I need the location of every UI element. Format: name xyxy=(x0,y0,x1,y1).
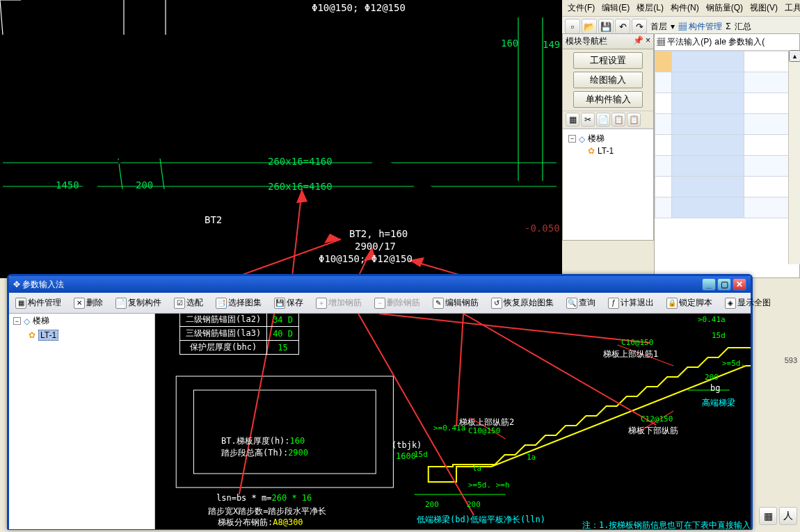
menu-edit[interactable]: 编辑(E) xyxy=(599,1,632,15)
cad-label-bt2: BT2 xyxy=(205,214,222,225)
cad-dim-160: 160 xyxy=(501,38,518,49)
module-nav-title-text: 模块导航栏 xyxy=(566,35,607,47)
dlg-gt041a2: >0.41a xyxy=(698,315,726,324)
dlg-lsn: lsn=bs * m=260 * 16 xyxy=(216,493,312,503)
tb-show-all[interactable]: ◈显示全图 xyxy=(721,296,774,310)
mini-cut-icon[interactable]: ✂ xyxy=(581,113,595,127)
menu-rebar[interactable]: 钢筋量(Q) xyxy=(703,1,746,15)
mini-paste-icon[interactable]: 📋 xyxy=(611,113,625,127)
tab-param[interactable]: aIe 参数输入( xyxy=(714,36,765,48)
window-maximize-icon[interactable]: ▢ xyxy=(717,278,731,291)
menu-tool[interactable]: 工具 xyxy=(782,1,800,15)
prop-la3-val[interactable]: 40 D xyxy=(267,327,299,341)
save-icon[interactable]: 💾 xyxy=(598,19,614,34)
tb-edit-rebar[interactable]: ✎编辑钢筋 xyxy=(429,296,482,310)
dialog-titlebar[interactable]: ✥ 参数输入法 _ ▢ ✕ xyxy=(9,276,751,293)
svg-line-28 xyxy=(379,314,650,343)
menu-bar: 文件(F) 编辑(E) 楼层(L) 构件(N) 钢筋量(Q) 视图(V) 工具 xyxy=(562,0,800,17)
dlg-top-rebar1: 梯板上部纵筋1 xyxy=(603,348,658,360)
dlg-bg: bg xyxy=(710,383,720,393)
dlg-ge5d: >=5d. xyxy=(722,359,745,368)
component-tree: − ◇ 楼梯 ✿ LT-1 xyxy=(563,129,653,240)
dlg-c10: C10@150 xyxy=(621,338,653,347)
tb-calc-exit[interactable]: ƒ计算退出 xyxy=(605,296,657,310)
tree-child[interactable]: LT-1 xyxy=(598,146,614,156)
dialog-cad-canvas[interactable]: 一级钢筋锚固(la1)27 D 二级钢筋锚固(la2)34 D 三级钢筋锚固(l… xyxy=(155,314,751,529)
tb-pick[interactable]: ☑选配 xyxy=(170,296,207,310)
tree-expander[interactable]: − xyxy=(568,135,576,143)
svg-rect-18 xyxy=(176,376,393,487)
svg-line-3 xyxy=(160,159,164,189)
new-icon[interactable]: ▫ xyxy=(565,19,580,34)
dlg-15d-right: 15d xyxy=(712,331,726,340)
window-minimize-icon[interactable]: _ xyxy=(702,278,716,291)
mini-paste2-icon[interactable]: 📋 xyxy=(627,113,641,127)
nav-drawing-input[interactable]: 绘图输入 xyxy=(573,72,643,88)
tb-query[interactable]: 🔍查询 xyxy=(563,296,599,310)
dlg-ge5d2: >=5d. >=h xyxy=(468,481,510,490)
toolbar-sigma[interactable]: Σ xyxy=(726,22,730,31)
dialog-toolbar: ▦构件管理 ✕删除 📄复制构件 ☑选配 📑选择图集 💾保存 ＋增加钢筋 －删除钢… xyxy=(9,293,751,314)
stair-icon: ◇ xyxy=(579,134,585,144)
dlg-dist-rebar: 梯板分布钢筋:A8@300 xyxy=(218,517,303,529)
tb-atlas[interactable]: 📑选择图集 xyxy=(212,296,265,310)
dlg-low-beam: 低端梯梁(bd)低端平板净长(lln) xyxy=(417,514,545,526)
undo-icon[interactable]: ↶ xyxy=(615,19,630,34)
floor-dropdown-icon[interactable]: ▾ xyxy=(671,22,675,31)
tb-delete[interactable]: ✕删除 xyxy=(70,296,106,310)
tb-comp-mgr[interactable]: ▦构件管理 xyxy=(12,296,65,310)
nav-project-settings[interactable]: 工程设置 xyxy=(573,52,643,69)
scroll-up-icon[interactable]: ▲ xyxy=(789,50,800,62)
dlg-tbjk-v: 1600 xyxy=(396,451,416,461)
open-icon[interactable]: 📂 xyxy=(582,19,597,34)
prop-la2-val[interactable]: 34 D xyxy=(267,314,299,327)
mini-copy-icon[interactable]: 📄 xyxy=(596,113,610,127)
menu-view[interactable]: 视图(V) xyxy=(747,1,781,15)
redo-icon[interactable]: ↷ xyxy=(632,19,647,34)
menu-file[interactable]: 文件(F) xyxy=(565,1,598,15)
dlg-bot-rebar: 梯板下部纵筋 xyxy=(628,425,678,437)
floor-select[interactable]: 首层 xyxy=(648,21,669,33)
tb-lock[interactable]: 🔒锁定脚本 xyxy=(663,296,716,310)
cad-drawing-canvas[interactable]: Φ10@150; Φ12@150 160 149 260x16=4160 260… xyxy=(0,0,562,278)
menu-comp[interactable]: 构件(N) xyxy=(668,1,702,15)
tb-save[interactable]: 💾保存 xyxy=(271,296,307,310)
window-close-icon[interactable]: ✕ xyxy=(733,278,746,291)
tb-add-rebar: ＋增加钢筋 xyxy=(312,296,365,310)
dlg-tree-expander[interactable]: − xyxy=(13,317,21,325)
status-value: 593 xyxy=(785,356,797,364)
toolbar-sum[interactable]: 汇总 xyxy=(733,21,753,33)
tb-del-rebar: －删除钢筋 xyxy=(371,296,424,310)
svg-line-30 xyxy=(463,314,656,425)
toolbar-comp-mgr[interactable]: ▦ 构件管理 xyxy=(676,21,724,33)
menu-floor[interactable]: 楼层(L) xyxy=(634,1,666,15)
property-grid-table[interactable] xyxy=(655,51,799,218)
cad-bt2-h: BT2, h=160 xyxy=(349,228,408,239)
cad-svg xyxy=(0,0,562,278)
prop-bhc-val[interactable]: 15 xyxy=(267,341,299,355)
pin-icon[interactable]: 📌 × xyxy=(633,35,650,47)
dlg-stair-icon: ◇ xyxy=(24,316,30,326)
tree-root[interactable]: 楼梯 xyxy=(588,133,605,145)
scrollbar[interactable]: ▲ xyxy=(788,50,800,264)
dialog-title-text: ✥ 参数输入法 xyxy=(13,279,64,291)
bottom-btn-grid-icon[interactable]: ▦ xyxy=(759,507,777,525)
mini-toolbar: ▦ ✂ 📄 📋 📋 xyxy=(563,111,653,129)
dialog-tree: − ◇ 楼梯 ✿ LT-1 xyxy=(9,314,155,529)
tab-pingfa[interactable]: ▦ 平法输入(P) xyxy=(657,36,712,48)
mini-grid-icon[interactable]: ▦ xyxy=(566,113,579,127)
dlg-dim200c: 200 xyxy=(467,500,481,509)
dlg-tree-root[interactable]: 楼梯 xyxy=(33,315,49,327)
nav-single-comp-input[interactable]: 单构件输入 xyxy=(573,91,643,108)
svg-line-29 xyxy=(456,314,463,426)
cad-dim-1450: 1450 xyxy=(56,179,79,191)
cad-level: -0.050 xyxy=(525,223,560,234)
svg-line-5 xyxy=(0,0,3,35)
tb-restore[interactable]: ↺恢复原始图集 xyxy=(488,296,557,310)
dlg-tree-child[interactable]: LT-1 xyxy=(38,330,58,341)
tb-copy[interactable]: 📄复制构件 xyxy=(112,296,165,310)
bottom-btn-person-icon[interactable]: 人 xyxy=(779,507,797,525)
property-grid: ▦ 平法输入(P) aIe 参数输入( xyxy=(654,33,800,278)
dlg-la1: la xyxy=(472,464,481,473)
cad-dim-200: 200 xyxy=(136,179,153,191)
